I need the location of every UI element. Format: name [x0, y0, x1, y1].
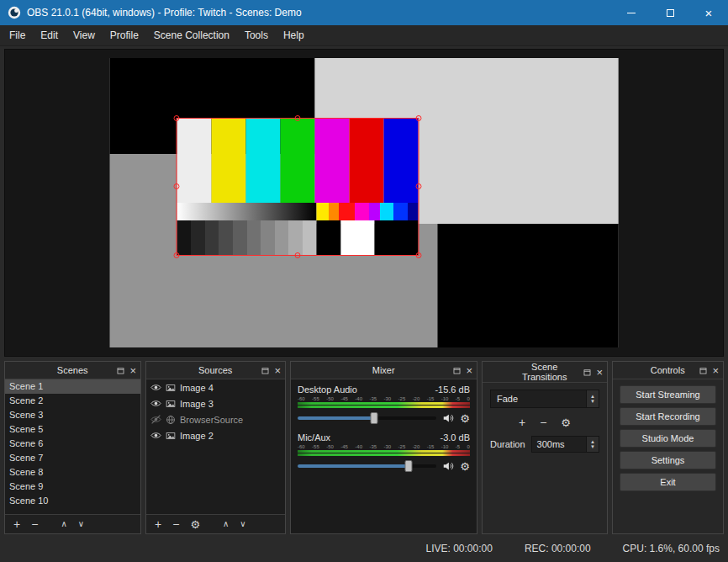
menu-tools[interactable]: Tools	[237, 25, 276, 45]
sources-panel-header: Sources ×	[146, 362, 285, 379]
step-wedge	[177, 220, 317, 255]
chevron-up-icon: ▲	[590, 440, 595, 444]
maximize-button[interactable]	[651, 0, 689, 25]
volume-slider[interactable]	[298, 464, 436, 468]
source-row[interactable]: Image 2	[146, 427, 285, 443]
selection-handle[interactable]	[416, 252, 422, 258]
speaker-icon[interactable]	[442, 460, 454, 472]
mixer-panel-title: Mixer	[316, 365, 451, 375]
eye-visible-icon[interactable]	[150, 398, 161, 409]
scenes-list[interactable]: Scene 1 Scene 2 Scene 3 Scene 5 Scene 6 …	[5, 379, 140, 514]
dock-close-icon[interactable]: ×	[129, 365, 136, 376]
menubar: File Edit View Profile Scene Collection …	[0, 25, 728, 46]
selected-source[interactable]	[177, 119, 419, 255]
selection-handle[interactable]	[416, 115, 422, 121]
image-source-icon	[166, 399, 176, 409]
scenes-panel-title: Scenes	[30, 365, 114, 375]
rainbow-strip	[317, 203, 419, 220]
scene-list-item[interactable]: Scene 10	[5, 494, 140, 508]
dock-float-icon[interactable]	[261, 366, 270, 375]
remove-scene-button[interactable]: −	[31, 518, 38, 530]
move-scene-up-button[interactable]: ∧	[61, 520, 66, 528]
remove-transition-button[interactable]: −	[540, 416, 546, 428]
menu-scene-collection[interactable]: Scene Collection	[146, 25, 237, 45]
scene-list-item[interactable]: Scene 8	[5, 465, 140, 480]
selection-handle[interactable]	[174, 252, 180, 258]
black-segment	[375, 220, 419, 255]
spin-arrows[interactable]: ▲ ▼	[586, 437, 599, 452]
menu-help[interactable]: Help	[276, 25, 312, 45]
move-source-down-button[interactable]: ∨	[240, 520, 245, 528]
menu-edit[interactable]: Edit	[33, 25, 66, 45]
volume-slider-handle[interactable]	[405, 460, 413, 472]
menu-profile[interactable]: Profile	[103, 25, 146, 45]
exit-button[interactable]: Exit	[620, 473, 716, 491]
transition-select[interactable]: Fade ▲ ▼	[490, 390, 599, 408]
source-row[interactable]: Image 4	[146, 379, 285, 395]
selection-handle[interactable]	[174, 183, 180, 189]
selection-handle[interactable]	[174, 115, 180, 121]
scene-list-item[interactable]: Scene 6	[5, 437, 140, 451]
eye-visible-icon[interactable]	[150, 430, 161, 441]
transition-properties-gear-icon[interactable]: ⚙	[561, 417, 571, 428]
dock-float-icon[interactable]	[699, 366, 708, 375]
dock-float-icon[interactable]	[116, 366, 125, 375]
dock-close-icon[interactable]: ×	[596, 367, 603, 378]
channel-settings-gear-icon[interactable]: ⚙	[460, 413, 470, 424]
menu-view[interactable]: View	[66, 25, 103, 45]
dock-float-icon[interactable]	[452, 366, 462, 375]
bar-blue	[384, 119, 419, 203]
source-row[interactable]: Image 3	[146, 395, 285, 411]
channel-level: -3.0 dB	[440, 432, 470, 443]
scene-list-item[interactable]: Scene 5	[5, 422, 140, 437]
duration-spinbox[interactable]: 300ms ▲ ▼	[531, 436, 599, 453]
move-scene-down-button[interactable]: ∨	[78, 520, 84, 528]
channel-settings-gear-icon[interactable]: ⚙	[460, 461, 470, 472]
selection-handle[interactable]	[294, 252, 300, 258]
preview-area	[4, 49, 724, 357]
dock-float-icon[interactable]	[583, 368, 592, 377]
scene-list-item[interactable]: Scene 3	[5, 408, 140, 422]
remove-source-button[interactable]: −	[172, 518, 179, 530]
studio-mode-button[interactable]: Studio Mode	[620, 429, 716, 448]
scenes-panel: Scenes × Scene 1 Scene 2 Scene 3 Scene 5…	[4, 361, 141, 534]
volume-meter	[298, 450, 470, 456]
volume-slider[interactable]	[298, 416, 436, 420]
settings-button[interactable]: Settings	[620, 451, 716, 469]
speaker-icon[interactable]	[442, 412, 454, 424]
source-row[interactable]: BrowserSource	[146, 411, 285, 427]
mixer-panel: Mixer × Desktop Audio -15.6 dB -60-55-50…	[290, 361, 477, 534]
eye-visible-icon[interactable]	[150, 382, 161, 393]
selection-handle[interactable]	[294, 115, 300, 121]
add-source-button[interactable]: +	[155, 518, 161, 530]
source-properties-gear-icon[interactable]: ⚙	[190, 519, 200, 530]
window-controls: ×	[612, 0, 728, 25]
combo-arrows[interactable]: ▲ ▼	[586, 390, 599, 407]
scene-list-item[interactable]: Scene 7	[5, 451, 140, 465]
move-source-up-button[interactable]: ∧	[223, 520, 229, 528]
program-canvas[interactable]	[110, 58, 619, 347]
transitions-panel-header: Scene Transitions ×	[483, 362, 607, 383]
start-recording-button[interactable]: Start Recording	[620, 407, 716, 426]
add-transition-button[interactable]: +	[519, 416, 525, 428]
sources-list[interactable]: Image 4 Image 3	[146, 379, 285, 514]
dock-close-icon[interactable]: ×	[712, 365, 719, 376]
scene-list-item[interactable]: Scene 9	[5, 480, 140, 494]
add-scene-button[interactable]: +	[13, 518, 20, 530]
scene-transitions-panel: Scene Transitions × Fade ▲ ▼ +	[482, 361, 608, 534]
sources-panel-title: Sources	[171, 365, 259, 375]
mixer-channel-mic-aux: Mic/Aux -3.0 dB -60-55-50-45-40-35-30-25…	[298, 432, 470, 472]
source-label: Image 4	[180, 383, 214, 393]
dock-close-icon[interactable]: ×	[466, 365, 472, 376]
menu-file[interactable]: File	[2, 25, 33, 45]
volume-meter	[298, 402, 470, 408]
scene-list-item[interactable]: Scene 1	[5, 379, 140, 394]
selection-handle[interactable]	[416, 183, 422, 189]
eye-hidden-icon[interactable]	[150, 414, 161, 425]
dock-close-icon[interactable]: ×	[274, 365, 281, 376]
close-button[interactable]: ×	[689, 0, 728, 25]
start-streaming-button[interactable]: Start Streaming	[620, 385, 716, 404]
volume-slider-handle[interactable]	[370, 412, 377, 424]
minimize-button[interactable]	[612, 0, 651, 25]
scene-list-item[interactable]: Scene 2	[5, 394, 140, 408]
